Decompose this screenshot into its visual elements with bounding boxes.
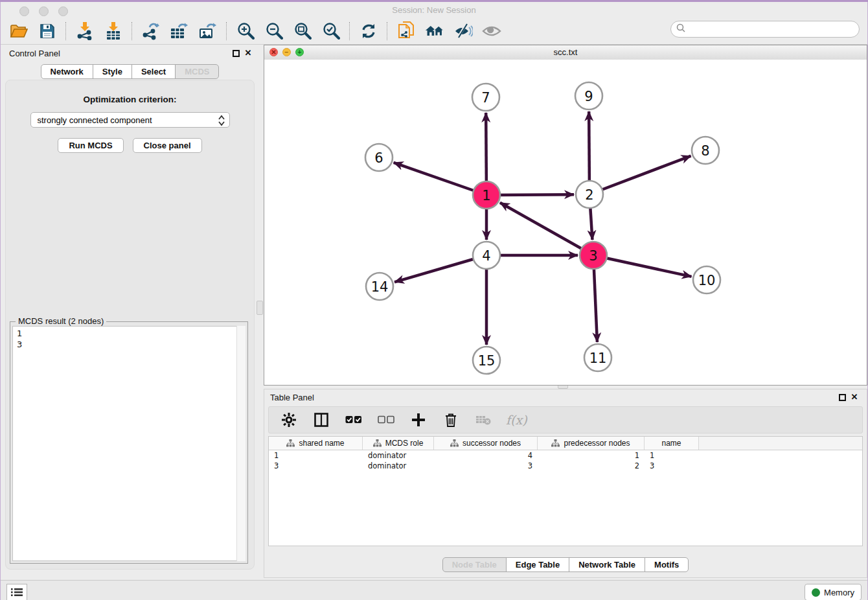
tab-motifs[interactable]: Motifs (645, 557, 689, 572)
network-graph[interactable]: 1234678910111415 (264, 60, 867, 386)
svg-text:14: 14 (371, 279, 389, 295)
export-image-icon[interactable] (198, 21, 218, 41)
float-table-panel-icon[interactable] (839, 394, 846, 401)
svg-text:10: 10 (698, 273, 716, 288)
graph-node-1[interactable]: 1 (473, 181, 500, 209)
vertical-divider-grip[interactable] (257, 301, 263, 315)
delete-column-trash-icon[interactable] (441, 410, 461, 430)
tab-select[interactable]: Select (131, 64, 176, 79)
select-all-icon[interactable] (344, 410, 363, 430)
table-header-row: shared name MCDS role successor nodes pr… (269, 437, 862, 450)
graph-node-6[interactable]: 6 (365, 144, 393, 171)
control-panel-tabs: Network Style Select MCDS (1, 64, 259, 79)
deselect-all-icon[interactable] (376, 410, 396, 430)
list-icon (11, 588, 23, 597)
edge-3-10[interactable] (593, 255, 692, 277)
table-cell[interactable]: 3 (434, 461, 538, 471)
svg-text:9: 9 (584, 89, 593, 104)
search-input[interactable] (689, 24, 859, 35)
table-cell[interactable]: dominator (363, 461, 434, 471)
table-row[interactable]: 1dominator411 (269, 450, 862, 461)
table-cell[interactable]: dominator (363, 450, 434, 461)
split-columns-icon[interactable] (312, 410, 331, 430)
column-header-name[interactable]: name (645, 437, 699, 450)
close-panel-icon[interactable]: ✕ (244, 49, 253, 58)
export-table-icon[interactable] (170, 21, 189, 41)
graph-node-10[interactable]: 10 (693, 266, 720, 294)
table-cell[interactable]: 1 (645, 450, 699, 461)
mcds-result-text[interactable]: 1 3 (12, 326, 246, 561)
network-window-titlebar[interactable]: ✕ − + scc.txt (264, 45, 867, 60)
graph-node-9[interactable]: 9 (575, 82, 602, 110)
graph-node-14[interactable]: 14 (366, 273, 393, 300)
memory-button[interactable]: Memory (805, 584, 862, 600)
hide-selected-eye-icon[interactable] (453, 21, 473, 41)
zoom-selected-icon[interactable] (321, 21, 341, 41)
graph-node-15[interactable]: 15 (473, 347, 500, 374)
table-cell[interactable]: 2 (538, 461, 645, 471)
close-panel-button[interactable]: Close panel (133, 138, 202, 153)
tab-network-table[interactable]: Network Table (569, 557, 645, 572)
svg-text:4: 4 (482, 248, 490, 264)
column-header-predecessor-nodes[interactable]: predecessor nodes (538, 437, 645, 450)
import-network-icon[interactable] (75, 21, 95, 41)
table-panel: Table Panel ✕ f(x) shared name (264, 389, 867, 578)
table-cell[interactable]: 1 (538, 450, 645, 461)
run-mcds-button[interactable]: Run MCDS (58, 138, 123, 153)
float-panel-icon[interactable] (233, 50, 240, 57)
status-bar: Memory (0, 580, 868, 600)
column-header-mcds-role[interactable]: MCDS role (363, 437, 434, 450)
graph-node-3[interactable]: 3 (580, 242, 607, 269)
import-table-icon[interactable] (104, 21, 123, 41)
table-row[interactable]: 3dominator323 (269, 461, 862, 471)
table-cell[interactable]: 1 (269, 450, 363, 461)
delete-table-icon[interactable] (474, 410, 493, 430)
home-icon[interactable] (425, 21, 444, 41)
criterion-select[interactable]: strongly connected component (30, 112, 230, 128)
svg-text:3: 3 (589, 248, 597, 264)
clone-network-icon[interactable] (396, 21, 416, 41)
task-history-button[interactable] (6, 584, 27, 600)
export-network-icon[interactable] (141, 21, 161, 41)
select-stepper-icon (218, 115, 225, 128)
graph-node-11[interactable]: 11 (584, 344, 611, 371)
table-cell[interactable]: 4 (434, 450, 538, 461)
network-canvas[interactable]: 1234678910111415 (264, 60, 867, 385)
graph-node-4[interactable]: 4 (473, 242, 500, 269)
tab-style[interactable]: Style (93, 64, 132, 79)
show-all-eye-icon[interactable] (482, 21, 501, 41)
svg-text:2: 2 (585, 187, 593, 203)
svg-text:8: 8 (701, 143, 709, 159)
tab-node-table[interactable]: Node Table (442, 557, 507, 572)
tab-edge-table[interactable]: Edge Table (506, 557, 569, 572)
open-session-icon[interactable] (9, 21, 29, 41)
column-header-shared-name[interactable]: shared name (269, 437, 363, 450)
zoom-out-icon[interactable] (264, 21, 284, 41)
close-table-panel-icon[interactable]: ✕ (850, 393, 859, 402)
zoom-fit-icon[interactable] (293, 21, 312, 41)
app-title: Session: New Session (0, 5, 868, 15)
graph-node-8[interactable]: 8 (692, 137, 719, 164)
column-header-successor-nodes[interactable]: successor nodes (434, 437, 538, 450)
search-icon (676, 23, 685, 35)
graph-node-7[interactable]: 7 (472, 84, 499, 111)
table-settings-gear-icon[interactable] (279, 410, 299, 430)
edge-3-1[interactable] (500, 203, 593, 255)
add-column-plus-icon[interactable] (409, 410, 428, 430)
search-field[interactable] (670, 21, 860, 38)
save-session-icon[interactable] (38, 21, 57, 41)
function-builder-icon[interactable]: f(x) (506, 413, 527, 427)
tab-network[interactable]: Network (41, 64, 93, 79)
edge-2-8[interactable] (589, 156, 691, 194)
node-table: shared name MCDS role successor nodes pr… (268, 436, 863, 546)
control-panel-title: Control Panel (9, 49, 60, 58)
table-cell[interactable]: 3 (269, 461, 363, 471)
zoom-in-icon[interactable] (236, 21, 255, 41)
table-tabs: Node Table Edge Table Network Table Moti… (264, 557, 867, 572)
tab-mcds[interactable]: MCDS (175, 64, 219, 79)
graph-node-2[interactable]: 2 (576, 181, 603, 208)
table-cell[interactable]: 3 (645, 461, 699, 471)
refresh-icon[interactable] (359, 21, 378, 41)
result-scrollbar[interactable] (236, 326, 246, 561)
edge-1-6[interactable] (394, 163, 486, 195)
